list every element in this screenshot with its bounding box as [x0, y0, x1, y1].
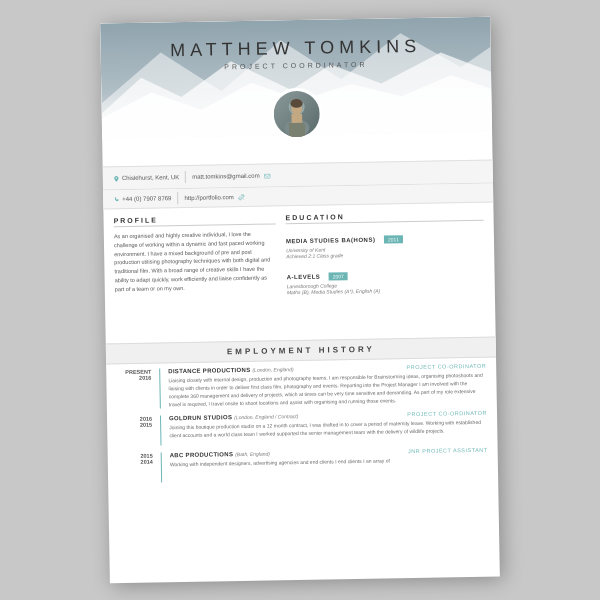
edu-year-2: 2007: [329, 272, 348, 280]
location-text: Chislehurst, Kent, UK: [122, 174, 179, 181]
emp-item-2: 2016 2015 GOLDRUN STUDIOS (London, Engla…: [117, 410, 487, 446]
phone-text: +44 (0) 7907 8769: [122, 195, 171, 202]
emp-role-3: JNR PROJECT ASSISTANT: [408, 447, 488, 454]
emp-date-end-2: 2015: [117, 422, 152, 429]
emp-company-1: DISTANCE PRODUCTIONS (London, England): [168, 366, 293, 374]
emp-date-end-3: 2014: [118, 459, 153, 466]
contact-location: Chislehurst, Kent, UK: [113, 174, 179, 182]
emp-company-3: ABC PRODUCTIONS (Bath, England): [170, 451, 270, 459]
contact-divider2: [177, 192, 178, 204]
edu-item-1: MEDIA STUDIES BA(HONS) 2011 University o…: [286, 226, 484, 259]
contact-email: matt.tomkins@gmail.com: [192, 172, 271, 180]
emp-desc-1: Liaising closely with internal design, p…: [168, 371, 487, 409]
emp-timeline-line-3: [161, 452, 163, 482]
emp-item-3: 2015 2014 ABC PRODUCTIONS (Bath, England…: [118, 447, 488, 483]
svg-rect-11: [264, 174, 270, 178]
phone-icon: [113, 196, 120, 203]
edu-degree-1: MEDIA STUDIES BA(HONS): [286, 237, 376, 245]
emp-dates-2: 2016 2015: [117, 416, 153, 447]
emp-role-1: PROJECT CO-ORDINATOR: [406, 363, 486, 370]
email-icon: [264, 172, 271, 179]
profile-section: PROFILE As an organised and highly creat…: [114, 214, 278, 339]
emp-role-2: PROJECT CO-ORDINATOR: [407, 410, 487, 417]
employment-title: EMPLOYMENT HISTORY: [111, 343, 491, 359]
resume-document: MATTHEW TOMKINS PROJECT COORDINATOR: [100, 17, 500, 584]
contact-phone: +44 (0) 7907 8769: [113, 195, 171, 203]
email-text: matt.tomkins@gmail.com: [192, 173, 260, 180]
link-icon: [238, 193, 245, 200]
profile-body: As an organised and highly creative indi…: [114, 229, 277, 293]
edu-year-1: 2011: [384, 235, 403, 243]
emp-location-3: (Bath, England): [235, 451, 270, 458]
emp-timeline-line-2: [160, 415, 162, 445]
contact-divider1: [185, 171, 186, 183]
education-section: EDUCATION MEDIA STUDIES BA(HONS) 2011 Un…: [286, 211, 486, 336]
edu-item-2: A-LEVELS 2007 Lanesborough College Maths…: [286, 262, 484, 295]
location-icon: [113, 175, 120, 182]
edu-degree-2: A-LEVELS: [287, 274, 321, 281]
emp-dates-1: PRESENT 2016: [116, 369, 152, 410]
emp-content-1: DISTANCE PRODUCTIONS (London, England) P…: [168, 363, 487, 409]
photo-placeholder: [273, 91, 320, 138]
emp-location-2: (London, England / Contract): [234, 413, 298, 420]
emp-content-3: ABC PRODUCTIONS (Bath, England) JNR PROJ…: [170, 447, 488, 483]
emp-location-1: (London, England): [252, 366, 293, 373]
profile-title: PROFILE: [114, 214, 276, 227]
employment-section: PRESENT 2016 DISTANCE PRODUCTIONS (Londo…: [106, 358, 498, 496]
emp-timeline-line-1: [159, 368, 161, 408]
main-content: PROFILE As an organised and highly creat…: [103, 203, 495, 340]
website-text: http://portfolio.com: [184, 194, 233, 201]
emp-date-end-1: 2016: [116, 375, 151, 382]
emp-dates-3: 2015 2014: [118, 453, 154, 484]
svg-rect-10: [289, 123, 305, 137]
emp-company-2: GOLDRUN STUDIOS (London, England / Contr…: [169, 413, 298, 421]
contact-website: http://portfolio.com: [184, 193, 244, 201]
emp-item-1: PRESENT 2016 DISTANCE PRODUCTIONS (Londo…: [116, 363, 487, 409]
education-title: EDUCATION: [286, 211, 484, 224]
emp-content-2: GOLDRUN STUDIOS (London, England / Contr…: [169, 410, 487, 446]
emp-desc-2: Joining this boutique production studio …: [169, 418, 487, 440]
